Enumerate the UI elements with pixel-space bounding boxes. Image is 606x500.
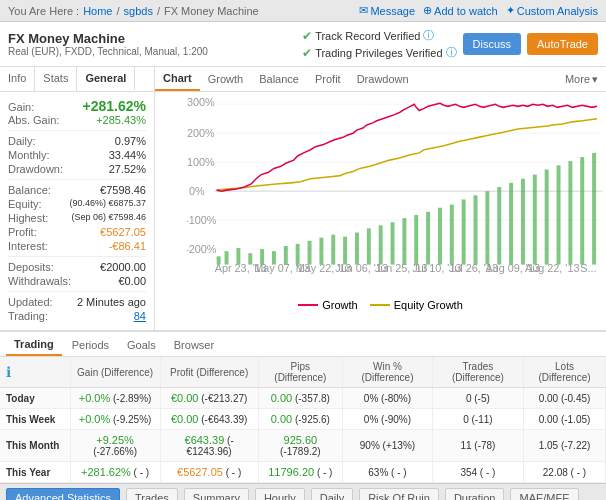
deposits-label: Deposits:: [8, 261, 54, 273]
page-header: FX Money Machine Real (EUR), FXDD, Techn…: [0, 22, 606, 67]
svg-rect-39: [533, 175, 537, 265]
svg-rect-23: [343, 237, 347, 265]
deposits-value: €2000.00: [100, 261, 146, 273]
trading-value[interactable]: 84: [134, 310, 146, 322]
tab-info[interactable]: Info: [0, 67, 35, 91]
bottom-nav-risk-of-ruin[interactable]: Risk Of Ruin: [359, 488, 439, 500]
pips-year: 11796.20 ( - ): [258, 462, 343, 483]
left-panel: Info Stats General Gain: +281.62% Abs. G…: [0, 67, 155, 330]
svg-text:300%: 300%: [187, 96, 215, 108]
highest-value: (Sep 06) €7598.46: [71, 212, 146, 224]
col-header-gain: Gain (Difference): [70, 357, 160, 388]
abs-gain-value: +285.43%: [96, 114, 146, 126]
col-header-lots: Lots (Difference): [524, 357, 606, 388]
updated-value: 2 Minutes ago: [77, 296, 146, 308]
svg-rect-40: [545, 169, 549, 264]
svg-rect-32: [450, 205, 454, 265]
svg-text:Aug 22, '13: Aug 22, '13: [525, 262, 580, 274]
bottom-nav-trades[interactable]: Trades: [126, 488, 178, 500]
col-header-win: Win % (Difference): [343, 357, 433, 388]
bottom-nav-mae-mfe[interactable]: MAE/MFE: [510, 488, 578, 500]
bottom-nav-hourly[interactable]: Hourly: [255, 488, 305, 500]
bottom-nav-duration[interactable]: Duration: [445, 488, 505, 500]
more-button[interactable]: More ▾: [557, 68, 606, 91]
profit-year: €5627.05 ( - ): [160, 462, 258, 483]
svg-rect-44: [592, 153, 596, 265]
svg-rect-28: [402, 218, 406, 265]
table-row: This Week +0.0% (-9.25%) €0.00 (-€643.39…: [0, 409, 606, 430]
lots-today: 0.00 (-0.45): [524, 388, 606, 409]
growth-label: Growth: [322, 299, 357, 311]
chart-area: 300% 200% 100% 0% -100% -200%: [155, 92, 606, 297]
svg-rect-25: [367, 228, 371, 264]
trades-today: 0 (-5): [432, 388, 523, 409]
info-dot-icon: ℹ: [6, 364, 11, 380]
chart-tab-growth[interactable]: Growth: [200, 68, 251, 90]
win-week: 0% (-90%): [343, 409, 433, 430]
tab-general[interactable]: General: [77, 67, 135, 91]
message-action[interactable]: ✉ Message: [359, 4, 415, 17]
svg-text:100%: 100%: [187, 156, 215, 168]
autotrade-button[interactable]: AutoTrade: [527, 33, 598, 55]
custom-analysis-action[interactable]: ✦ Custom Analysis: [506, 4, 598, 17]
main-content: Info Stats General Gain: +281.62% Abs. G…: [0, 67, 606, 331]
svg-rect-41: [557, 165, 561, 264]
trading-tab-goals[interactable]: Goals: [119, 335, 164, 355]
daily-label: Daily:: [8, 135, 36, 147]
tab-stats[interactable]: Stats: [35, 67, 77, 91]
svg-rect-35: [485, 191, 489, 264]
svg-rect-33: [462, 199, 466, 264]
chart-tab-drawdown[interactable]: Drawdown: [349, 68, 417, 90]
growth-line-icon: [298, 304, 318, 306]
trading-tab-bar: Trading Periods Goals Browser: [0, 332, 606, 357]
track-record-badge: ✔ Track Record Verified ⓘ: [302, 28, 456, 43]
svg-rect-29: [414, 215, 418, 265]
breadcrumb-home[interactable]: Home: [83, 5, 112, 17]
gain-year: +281.62% ( - ): [70, 462, 160, 483]
trades-week: 0 (-11): [432, 409, 523, 430]
check-icon-2: ✔: [302, 46, 312, 60]
bottom-nav-summary[interactable]: Summary: [184, 488, 249, 500]
chart-tab-bar: Chart Growth Balance Profit Drawdown Mor…: [155, 67, 606, 92]
period-today: Today: [0, 388, 70, 409]
trading-tab-trading[interactable]: Trading: [6, 334, 62, 356]
more-label: More: [565, 73, 590, 85]
bottom-nav-daily[interactable]: Daily: [311, 488, 353, 500]
bottom-nav-advanced-statistics[interactable]: Advanced Statistics: [6, 488, 120, 500]
discuss-button[interactable]: Discuss: [463, 33, 522, 55]
trading-tab-browser[interactable]: Browser: [166, 335, 222, 355]
chart-tab-profit[interactable]: Profit: [307, 68, 349, 90]
breadcrumb-page: FX Money Machine: [164, 5, 259, 17]
win-today: 0% (-80%): [343, 388, 433, 409]
profit-month: €643.39 (-€1243.96): [160, 430, 258, 462]
trading-tab-periods[interactable]: Periods: [64, 335, 117, 355]
trades-month: 11 (-78): [432, 430, 523, 462]
pips-month: 925.60 (-1789.2): [258, 430, 343, 462]
pips-today: 0.00 (-357.8): [258, 388, 343, 409]
svg-text:-200%: -200%: [187, 243, 217, 255]
svg-rect-37: [509, 183, 513, 265]
period-year: This Year: [0, 462, 70, 483]
chart-tab-balance[interactable]: Balance: [251, 68, 307, 90]
drawdown-label: Drawdown:: [8, 163, 63, 175]
monthly-label: Monthly:: [8, 149, 50, 161]
add-to-watch-action[interactable]: ⊕ Add to watch: [423, 4, 498, 17]
svg-text:-100%: -100%: [187, 214, 217, 226]
equity-growth-label: Equity Growth: [394, 299, 463, 311]
svg-rect-24: [355, 233, 359, 265]
col-header-period: ℹ: [0, 357, 70, 388]
info-content: Gain: +281.62% Abs. Gain: +285.43% Daily…: [0, 92, 154, 330]
svg-rect-26: [379, 225, 383, 264]
col-header-pips: Pips (Difference): [258, 357, 343, 388]
right-panel: Chart Growth Balance Profit Drawdown Mor…: [155, 67, 606, 330]
trading-label: Trading:: [8, 310, 48, 322]
message-icon: ✉: [359, 4, 368, 17]
updated-label: Updated:: [8, 296, 53, 308]
trading-table: ℹ Gain (Difference) Profit (Difference) …: [0, 357, 606, 483]
svg-rect-31: [438, 208, 442, 265]
svg-rect-42: [568, 161, 572, 264]
profit-value: €5627.05: [100, 226, 146, 238]
equity-label: Equity:: [8, 198, 42, 210]
breadcrumb-sgbds[interactable]: sgbds: [124, 5, 153, 17]
chart-tab-chart[interactable]: Chart: [155, 67, 200, 91]
